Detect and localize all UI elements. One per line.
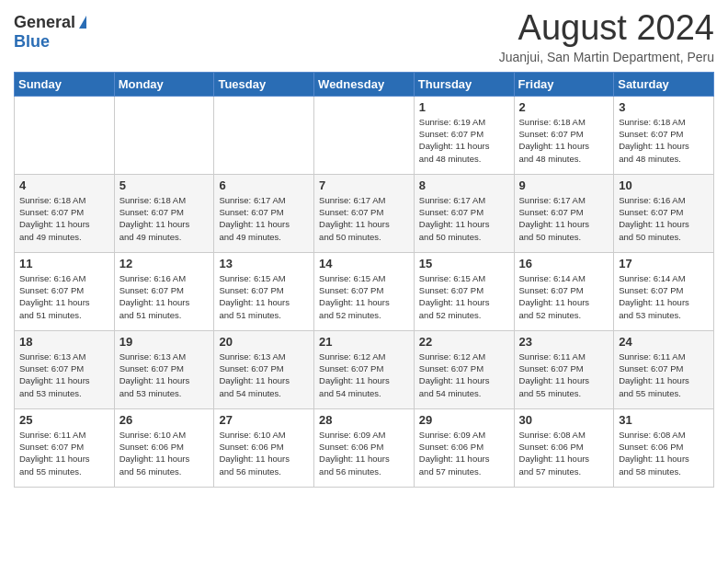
day-number: 14 [319,257,409,270]
day-info: Sunrise: 6:11 AM Sunset: 6:07 PM Dayligh… [19,429,109,477]
calendar-day-10: 10Sunrise: 6:16 AM Sunset: 6:07 PM Dayli… [614,174,714,252]
logo: General Blue [14,9,86,52]
day-number: 15 [419,257,509,270]
day-number: 16 [519,257,609,270]
day-info: Sunrise: 6:16 AM Sunset: 6:07 PM Dayligh… [19,272,109,321]
empty-day [15,96,115,174]
calendar-day-17: 17Sunrise: 6:14 AM Sunset: 6:07 PM Dayli… [614,252,714,330]
weekday-header-wednesday: Wednesday [314,72,415,96]
calendar-day-16: 16Sunrise: 6:14 AM Sunset: 6:07 PM Dayli… [514,252,614,330]
day-info: Sunrise: 6:19 AM Sunset: 6:07 PM Dayligh… [419,116,509,165]
weekday-header-monday: Monday [114,72,214,96]
day-number: 5 [119,178,210,192]
day-info: Sunrise: 6:16 AM Sunset: 6:07 PM Dayligh… [119,272,210,321]
day-info: Sunrise: 6:15 AM Sunset: 6:07 PM Dayligh… [219,272,309,321]
logo-triangle-icon [79,16,86,29]
day-info: Sunrise: 6:12 AM Sunset: 6:07 PM Dayligh… [319,350,409,399]
calendar-day-28: 28Sunrise: 6:09 AM Sunset: 6:06 PM Dayli… [314,408,415,487]
day-number: 1 [419,100,509,114]
month-title: August 2024 [499,9,714,48]
weekday-header-friday: Friday [514,72,614,96]
weekday-header-sunday: Sunday [15,72,115,96]
empty-day [114,96,214,174]
day-info: Sunrise: 6:13 AM Sunset: 6:07 PM Dayligh… [19,350,109,399]
day-info: Sunrise: 6:10 AM Sunset: 6:06 PM Dayligh… [219,429,309,477]
day-number: 25 [19,413,109,427]
calendar-day-22: 22Sunrise: 6:12 AM Sunset: 6:07 PM Dayli… [414,330,514,408]
calendar-day-30: 30Sunrise: 6:08 AM Sunset: 6:06 PM Dayli… [514,408,614,487]
day-info: Sunrise: 6:08 AM Sunset: 6:06 PM Dayligh… [619,429,709,477]
day-number: 19 [119,335,210,349]
calendar-day-26: 26Sunrise: 6:10 AM Sunset: 6:06 PM Dayli… [114,408,214,487]
day-info: Sunrise: 6:09 AM Sunset: 6:06 PM Dayligh… [319,429,409,477]
calendar-day-11: 11Sunrise: 6:16 AM Sunset: 6:07 PM Dayli… [15,252,115,330]
calendar-day-7: 7Sunrise: 6:17 AM Sunset: 6:07 PM Daylig… [314,174,415,252]
calendar-day-6: 6Sunrise: 6:17 AM Sunset: 6:07 PM Daylig… [214,174,314,252]
day-info: Sunrise: 6:18 AM Sunset: 6:07 PM Dayligh… [119,194,210,243]
day-info: Sunrise: 6:14 AM Sunset: 6:07 PM Dayligh… [519,272,609,321]
day-number: 17 [619,257,709,270]
day-number: 24 [619,335,709,349]
day-info: Sunrise: 6:17 AM Sunset: 6:07 PM Dayligh… [519,194,609,243]
day-number: 29 [419,413,509,427]
day-number: 28 [319,413,409,427]
calendar-day-1: 1Sunrise: 6:19 AM Sunset: 6:07 PM Daylig… [414,96,514,174]
page-header: General Blue August 2024 Juanjui, San Ma… [14,9,714,64]
day-number: 12 [119,257,210,270]
calendar-day-21: 21Sunrise: 6:12 AM Sunset: 6:07 PM Dayli… [314,330,415,408]
day-number: 18 [19,335,109,349]
calendar-day-3: 3Sunrise: 6:18 AM Sunset: 6:07 PM Daylig… [614,96,714,174]
calendar-day-23: 23Sunrise: 6:11 AM Sunset: 6:07 PM Dayli… [514,330,614,408]
calendar-day-8: 8Sunrise: 6:17 AM Sunset: 6:07 PM Daylig… [414,174,514,252]
day-info: Sunrise: 6:17 AM Sunset: 6:07 PM Dayligh… [219,194,309,243]
empty-day [314,96,415,174]
empty-day [214,96,314,174]
weekday-header-saturday: Saturday [614,72,714,96]
day-number: 26 [119,413,210,427]
weekday-header-tuesday: Tuesday [214,72,314,96]
day-number: 6 [219,178,309,192]
calendar-day-18: 18Sunrise: 6:13 AM Sunset: 6:07 PM Dayli… [15,330,115,408]
day-info: Sunrise: 6:12 AM Sunset: 6:07 PM Dayligh… [419,350,509,399]
calendar-day-9: 9Sunrise: 6:17 AM Sunset: 6:07 PM Daylig… [514,174,614,252]
day-number: 10 [619,178,709,192]
day-number: 4 [19,178,109,192]
day-info: Sunrise: 6:13 AM Sunset: 6:07 PM Dayligh… [219,350,309,399]
title-block: August 2024 Juanjui, San Martin Departme… [499,9,714,64]
day-number: 7 [319,178,409,192]
day-number: 21 [319,335,409,349]
day-info: Sunrise: 6:18 AM Sunset: 6:07 PM Dayligh… [519,116,609,165]
calendar-day-2: 2Sunrise: 6:18 AM Sunset: 6:07 PM Daylig… [514,96,614,174]
day-number: 11 [19,257,109,270]
day-number: 27 [219,413,309,427]
day-number: 8 [419,178,509,192]
calendar-table: SundayMondayTuesdayWednesdayThursdayFrid… [14,72,714,488]
calendar-day-20: 20Sunrise: 6:13 AM Sunset: 6:07 PM Dayli… [214,330,314,408]
day-number: 20 [219,335,309,349]
weekday-header-thursday: Thursday [414,72,514,96]
location-subtitle: Juanjui, San Martin Department, Peru [499,50,714,64]
calendar-day-27: 27Sunrise: 6:10 AM Sunset: 6:06 PM Dayli… [214,408,314,487]
day-number: 30 [519,413,609,427]
day-info: Sunrise: 6:15 AM Sunset: 6:07 PM Dayligh… [319,272,409,321]
calendar-day-14: 14Sunrise: 6:15 AM Sunset: 6:07 PM Dayli… [314,252,415,330]
calendar-day-13: 13Sunrise: 6:15 AM Sunset: 6:07 PM Dayli… [214,252,314,330]
day-number: 22 [419,335,509,349]
day-info: Sunrise: 6:13 AM Sunset: 6:07 PM Dayligh… [119,350,210,399]
day-info: Sunrise: 6:16 AM Sunset: 6:07 PM Dayligh… [619,194,709,243]
day-number: 3 [619,100,709,114]
calendar-day-5: 5Sunrise: 6:18 AM Sunset: 6:07 PM Daylig… [114,174,214,252]
logo-blue-text: Blue [14,32,50,52]
calendar-day-25: 25Sunrise: 6:11 AM Sunset: 6:07 PM Dayli… [15,408,115,487]
calendar-day-12: 12Sunrise: 6:16 AM Sunset: 6:07 PM Dayli… [114,252,214,330]
day-info: Sunrise: 6:18 AM Sunset: 6:07 PM Dayligh… [619,116,709,165]
calendar-day-24: 24Sunrise: 6:11 AM Sunset: 6:07 PM Dayli… [614,330,714,408]
calendar-day-15: 15Sunrise: 6:15 AM Sunset: 6:07 PM Dayli… [414,252,514,330]
day-info: Sunrise: 6:17 AM Sunset: 6:07 PM Dayligh… [419,194,509,243]
day-info: Sunrise: 6:09 AM Sunset: 6:06 PM Dayligh… [419,429,509,477]
logo-general-text: General [14,13,75,32]
day-number: 9 [519,178,609,192]
day-info: Sunrise: 6:10 AM Sunset: 6:06 PM Dayligh… [119,429,210,477]
day-info: Sunrise: 6:11 AM Sunset: 6:07 PM Dayligh… [519,350,609,399]
day-info: Sunrise: 6:14 AM Sunset: 6:07 PM Dayligh… [619,272,709,321]
